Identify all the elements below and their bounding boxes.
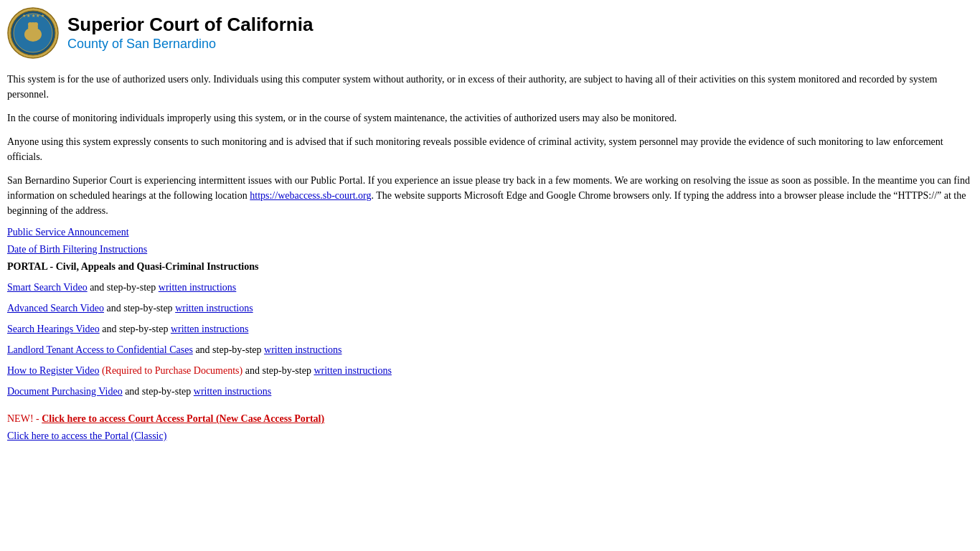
new-label: NEW! -: [7, 413, 42, 424]
notice-para-4: San Bernardino Superior Court is experie…: [7, 173, 973, 218]
search-hearings-video-link[interactable]: Search Hearings Video: [7, 324, 100, 334]
page-header: ★ ★ ★ ★ ★ Superior Court of California C…: [7, 7, 973, 59]
portal-item-0-middle: and step-by-step: [90, 282, 159, 293]
court-name-block: Superior Court of California County of S…: [67, 14, 313, 53]
smart-search-video-link[interactable]: Smart Search Video: [7, 282, 88, 293]
classic-portal-link[interactable]: Click here to access the Portal (Classic…: [7, 430, 973, 442]
portal-item-5-middle: and step-by-step: [125, 386, 194, 397]
dob-link[interactable]: Date of Birth Filtering Instructions: [7, 244, 973, 255]
register-video-link[interactable]: How to Register Video: [7, 365, 99, 376]
register-written-link[interactable]: written instructions: [314, 365, 392, 376]
notice-para-1: This system is for the use of authorized…: [7, 72, 973, 102]
svg-text:★ ★ ★ ★ ★: ★ ★ ★ ★ ★: [22, 14, 44, 18]
court-subtitle: County of San Bernardino: [67, 36, 313, 52]
search-hearings-written-link[interactable]: written instructions: [171, 324, 249, 334]
psa-link[interactable]: Public Service Announcement: [7, 227, 973, 238]
portal-item-2: Search Hearings Video and step-by-step w…: [7, 321, 973, 336]
portal-item-4: How to Register Video (Required to Purch…: [7, 363, 973, 378]
svg-point-5: [28, 22, 32, 27]
advanced-search-video-link[interactable]: Advanced Search Video: [7, 303, 104, 314]
court-title: Superior Court of California: [67, 14, 313, 36]
new-portal-link[interactable]: Click here to access Court Access Portal…: [42, 413, 324, 424]
notice-para-3: Anyone using this system expressly conse…: [7, 134, 973, 164]
advanced-search-written-link[interactable]: written instructions: [175, 303, 253, 314]
landlord-tenant-video-link[interactable]: Landlord Tenant Access to Confidential C…: [7, 344, 193, 355]
portal-item-1-middle: and step-by-step: [106, 303, 175, 314]
doc-purchasing-video-link[interactable]: Document Purchasing Video: [7, 386, 123, 397]
portal-item-3: Landlord Tenant Access to Confidential C…: [7, 342, 973, 357]
portal-item-0: Smart Search Video and step-by-step writ…: [7, 280, 973, 295]
portal-items-list: Smart Search Video and step-by-step writ…: [7, 280, 973, 399]
portal-item-4-middle: and step-by-step: [245, 365, 314, 376]
smart-search-written-link[interactable]: written instructions: [159, 282, 237, 293]
portal-item-2-middle: and step-by-step: [102, 324, 171, 334]
landlord-tenant-written-link[interactable]: written instructions: [264, 344, 342, 355]
svg-point-6: [34, 22, 38, 27]
new-portal-section: NEW! - Click here to access Court Access…: [7, 413, 973, 442]
portal-section-title: PORTAL - Civil, Appeals and Quasi-Crimin…: [7, 261, 973, 273]
portal-item-3-middle: and step-by-step: [195, 344, 264, 355]
webaccess-link[interactable]: https://webaccess.sb-court.org: [250, 190, 371, 201]
doc-purchasing-written-link[interactable]: written instructions: [194, 386, 272, 397]
court-seal: ★ ★ ★ ★ ★: [7, 7, 59, 59]
new-portal-row: NEW! - Click here to access Court Access…: [7, 413, 973, 425]
notice-para-2: In the course of monitoring individuals …: [7, 110, 973, 126]
register-required-text: (Required to Purchase Documents): [102, 365, 242, 376]
portal-item-1: Advanced Search Video and step-by-step w…: [7, 301, 973, 316]
portal-item-5: Document Purchasing Video and step-by-st…: [7, 384, 973, 399]
